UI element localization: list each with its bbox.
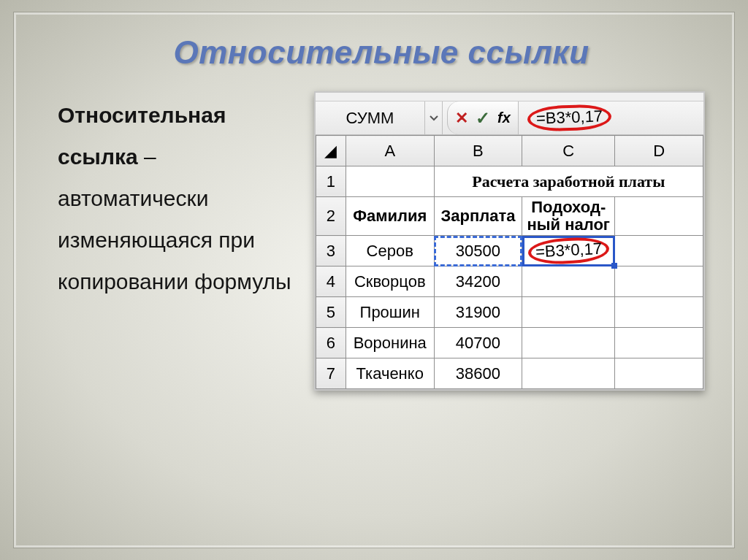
cell-A4[interactable]: Скворцов xyxy=(346,266,434,297)
cell-D2[interactable] xyxy=(615,197,703,236)
row-header-6[interactable]: 6 xyxy=(316,328,346,358)
excel-screenshot: СУММ ✕ ✓ fx =B3*0,17 ◢ A xyxy=(314,91,705,391)
row-2: 2 Фамилия Зарплата Подоход- ный налог xyxy=(316,197,703,236)
name-box-dropdown-icon[interactable] xyxy=(425,101,443,134)
formula-input[interactable]: =B3*0,17 xyxy=(519,101,703,134)
cell-B4[interactable]: 34200 xyxy=(434,266,522,297)
fx-icon[interactable]: fx xyxy=(497,110,511,126)
enter-icon[interactable]: ✓ xyxy=(476,108,490,129)
cell-B5[interactable]: 31900 xyxy=(434,297,522,328)
cell-C2[interactable]: Подоход- ный налог xyxy=(522,197,615,236)
definition-text: Относительная ссылка – автоматически изм… xyxy=(58,91,299,302)
row-header-4[interactable]: 4 xyxy=(316,266,346,297)
row-4: 4 Скворцов 34200 xyxy=(316,266,703,297)
cell-B2[interactable]: Зарплата xyxy=(434,197,522,236)
cell-A2[interactable]: Фамилия xyxy=(346,197,434,236)
cell-C5[interactable] xyxy=(522,297,615,328)
row-header-7[interactable]: 7 xyxy=(316,358,346,389)
row-header-3[interactable]: 3 xyxy=(316,236,346,266)
select-all-corner[interactable]: ◢ xyxy=(316,136,346,166)
cell-B6[interactable]: 40700 xyxy=(434,328,522,358)
cell-D5[interactable] xyxy=(615,297,703,328)
row-header-1[interactable]: 1 xyxy=(316,166,346,197)
row-header-2[interactable]: 2 xyxy=(316,197,346,236)
cell-A1[interactable] xyxy=(346,166,434,197)
cell-D7[interactable] xyxy=(615,358,703,389)
cell-C6[interactable] xyxy=(522,328,615,358)
col-header-B[interactable]: B xyxy=(434,136,522,166)
slide-title: Относительные ссылки xyxy=(58,34,705,71)
cancel-icon[interactable]: ✕ xyxy=(455,109,468,128)
cell-D4[interactable] xyxy=(615,266,703,297)
row-1: 1 Расчета заработной платы xyxy=(316,166,703,197)
row-7: 7 Ткаченко 38600 xyxy=(316,358,703,389)
column-header-row: ◢ A B C D xyxy=(316,136,703,166)
cell-C3-formula-highlighted: =B3*0,17 xyxy=(527,236,610,266)
col-header-D[interactable]: D xyxy=(615,136,703,166)
fill-handle[interactable] xyxy=(611,263,617,269)
cell-B7[interactable]: 38600 xyxy=(434,358,522,389)
formula-buttons: ✕ ✓ fx xyxy=(447,101,519,134)
cell-A7[interactable]: Ткаченко xyxy=(346,358,434,389)
cell-D6[interactable] xyxy=(615,328,703,358)
excel-ribbon-sliver xyxy=(316,93,703,101)
cell-A6[interactable]: Воронина xyxy=(346,328,434,358)
cell-A3[interactable]: Серов xyxy=(346,236,434,266)
name-box[interactable]: СУММ xyxy=(316,101,425,134)
cell-D3[interactable] xyxy=(615,236,703,266)
formula-text-highlighted: =B3*0,17 xyxy=(527,104,611,132)
spreadsheet-table: ◢ A B C D 1 Расчета заработной платы 2 Ф… xyxy=(316,135,703,389)
col-header-C[interactable]: C xyxy=(522,136,615,166)
row-header-5[interactable]: 5 xyxy=(316,297,346,328)
worksheet: ◢ A B C D 1 Расчета заработной платы 2 Ф… xyxy=(316,135,703,389)
cell-C3-active[interactable]: =B3*0,17 xyxy=(522,236,615,266)
cell-C4[interactable] xyxy=(522,266,615,297)
slide-frame: Относительные ссылки Относительная ссылк… xyxy=(13,12,735,548)
row-5: 5 Прошин 31900 xyxy=(316,297,703,328)
row-3: 3 Серов 30500 =B3*0,17 xyxy=(316,236,703,266)
cell-C7[interactable] xyxy=(522,358,615,389)
cell-B3[interactable]: 30500 xyxy=(434,236,522,266)
cell-A5[interactable]: Прошин xyxy=(346,297,434,328)
cell-title[interactable]: Расчета заработной платы xyxy=(434,166,703,197)
row-6: 6 Воронина 40700 xyxy=(316,328,703,358)
slide-body: Относительная ссылка – автоматически изм… xyxy=(58,91,705,391)
formula-bar: СУММ ✕ ✓ fx =B3*0,17 xyxy=(316,101,703,135)
col-header-A[interactable]: A xyxy=(346,136,434,166)
